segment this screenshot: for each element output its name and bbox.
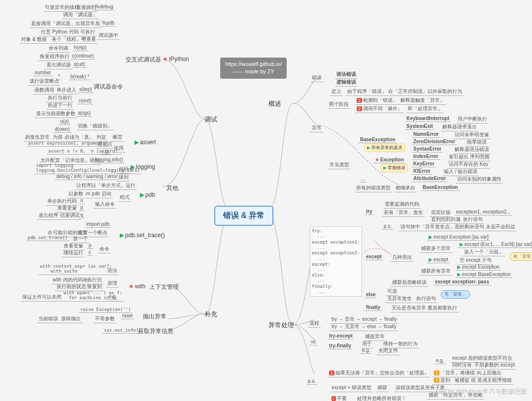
leaf: 命令 — [98, 245, 111, 253]
leaf: n(ext) — [77, 97, 93, 104]
leaf: 保证文件可以关闭 — [21, 293, 63, 302]
leaf: 调试器中 — [97, 31, 120, 40]
leaf: 常见类型 — [328, 161, 351, 169]
leaf: p.s. — [382, 223, 393, 230]
leaf: 解释器请求退出 — [441, 123, 478, 131]
leaf: except + 错误类型 — [330, 384, 373, 392]
badge: ▶所有异常的基类 — [365, 144, 405, 152]
leaf: 处理并忽略所有错误！ — [356, 395, 408, 401]
leaf: try-except — [328, 333, 354, 339]
leaf: 即「处理异常」 — [406, 105, 444, 113]
leaf: 函数调用 — [33, 86, 56, 94]
leaf: 调用「调试器」 — [62, 11, 99, 19]
badge-num: 3 — [434, 378, 439, 383]
leaf: ▶except BaseException — [456, 271, 512, 278]
watermark: CSDN @Python学习与数据挖掘 — [436, 387, 527, 396]
leaf: %pdb — [100, 20, 116, 27]
leaf: 执行语句 — [415, 295, 437, 303]
star-icon: ★ — [163, 56, 168, 62]
leaf: 定义 — [330, 88, 343, 96]
leaf: ▶except Exception [as var] — [427, 234, 490, 241]
leaf: ★Exception — [373, 156, 405, 163]
leaf: 原样抛出 — [60, 315, 82, 323]
leaf: 用户中断执行 — [456, 115, 489, 123]
leaf: 流程 — [308, 319, 321, 328]
node-other: 其他 — [166, 184, 178, 192]
node-dbgcmd: 调试器命令 — [94, 83, 123, 91]
leaf: 单步进入 — [55, 86, 78, 94]
node-with: ★with — [129, 283, 145, 290]
leaf: a(rgs) — [76, 110, 92, 117]
leaf: ▶except (Exc1, ... ExcN) [as var] — [458, 241, 532, 248]
leaf: debug / info / warning / error — [55, 173, 119, 180]
leaf: 由于程序「错误」 在「正常控制流」以外采取的行为 — [346, 88, 464, 96]
leaf: e.g. — [434, 357, 446, 364]
leaf: 出现异常后 — [74, 20, 101, 28]
leaf: else — [365, 291, 377, 298]
leaf: 1检测到「错误」 — [355, 96, 399, 105]
leaf: KeyboardInterrupt — [405, 115, 451, 122]
node-settrace: ▶pdb.set_trace() — [120, 232, 165, 239]
leaf: 可查看 — [80, 35, 98, 44]
leaf: 访问未知的对象属性 — [456, 175, 503, 184]
leaf: b(reak) * — [69, 73, 91, 80]
leaf: 逻辑错误 — [335, 78, 358, 87]
leaf: ▶except Exception — [456, 264, 501, 271]
leaf: 关闭文件 — [377, 347, 399, 355]
leaf: with open('...') as f: for eachLine in f… — [62, 290, 124, 302]
leaf: SystemExit — [405, 123, 434, 130]
flag-icon: ▶ — [383, 165, 387, 170]
leaf: try → 无异常 → else → finally — [330, 323, 398, 331]
branch-debug: 调试 — [204, 115, 217, 124]
leaf: 同时没有 — [451, 361, 473, 370]
leaf: 对象 & 数据 — [20, 35, 48, 44]
star-icon: ★ — [375, 157, 379, 162]
leaf: 语法错误 — [335, 70, 358, 79]
leaf: 无论是否有异常 最后都要执行 — [390, 304, 459, 312]
leaf: AttributeError — [412, 175, 447, 182]
leaf: 无异常发生 — [386, 295, 413, 303]
leaf: e.g. — [361, 347, 372, 354]
leaf: assert expression[, arguments] — [27, 140, 110, 147]
node-assert: ▶assert — [134, 139, 156, 146]
leaf: 捕获后忽略错误 — [391, 278, 428, 287]
flag-icon: ▶ — [140, 191, 144, 198]
leaf: ... — [360, 176, 366, 183]
leaf: exception1, exception2... — [455, 209, 512, 216]
badge-num: 2 — [434, 370, 439, 375]
leaf: 捕获 — [376, 384, 389, 392]
leaf: vs — [309, 339, 317, 345]
badge-num: ! — [332, 396, 336, 401]
leaf: 错误 — [310, 74, 323, 82]
leaf: p — [79, 204, 85, 211]
leaf: assert n != 0, 'n is zero!' — [47, 148, 122, 154]
flag-icon: ▶ — [457, 272, 461, 277]
leaf: except exception: pass — [433, 278, 491, 285]
leaf: SyntaxError — [412, 146, 443, 153]
leaf: s(tep) — [78, 86, 94, 93]
flag-icon: ▶ — [429, 257, 432, 262]
badge-num: 1 — [329, 370, 334, 375]
leaf: 解释器触发「异常」 — [399, 96, 446, 105]
leaf: h(elp) — [72, 44, 88, 51]
leaf: BaseException — [359, 136, 397, 143]
leaf: 两个阶段 — [328, 100, 350, 109]
trycode: try: ...except exception1: ...except exc… — [310, 226, 362, 297]
header-badge: https://woaielf.github.io/—— made by ZY — [220, 58, 287, 79]
leaf: 命令列表 — [47, 44, 70, 53]
leaf: 程式 — [118, 193, 131, 202]
leaf: BaseException — [421, 184, 460, 191]
node-ipython: ★IPython — [163, 56, 189, 62]
leaf: p — [87, 242, 93, 249]
leaf: number — [33, 69, 53, 76]
node-interactive: 交互式调试器 — [126, 56, 161, 64]
leaf: 继续运行 — [62, 249, 85, 257]
leaf: 原理 — [106, 279, 119, 288]
leaf: 捕获多个异常 — [420, 245, 452, 253]
badge: ▶常规错误 — [381, 164, 408, 172]
leaf: 几种用法 — [391, 253, 413, 262]
leaf: 不加参数的 except — [473, 361, 516, 370]
leaf: q — [79, 212, 85, 218]
badge-num: 1 — [357, 98, 362, 103]
leaf: except — [365, 253, 383, 260]
